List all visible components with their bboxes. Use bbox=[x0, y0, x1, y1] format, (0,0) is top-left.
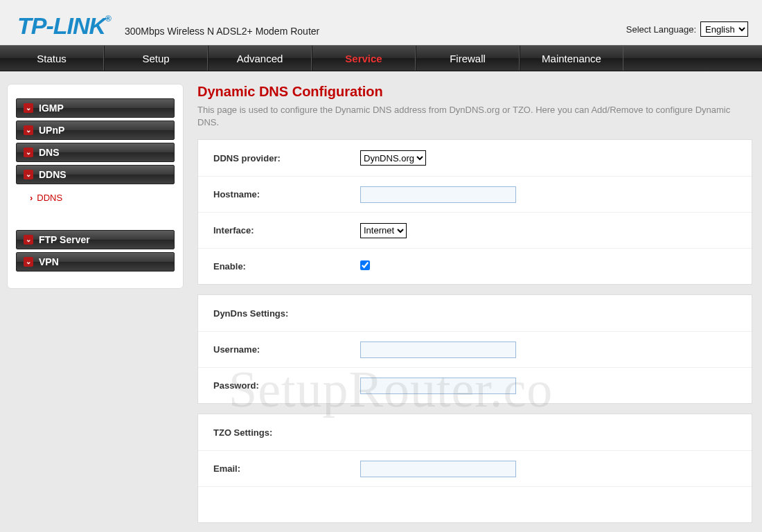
sidebar-item-label: VPN bbox=[39, 252, 59, 272]
main: Dynamic DNS Configuration This page is u… bbox=[197, 84, 755, 532]
hostname-input[interactable] bbox=[360, 186, 516, 203]
email-label: Email: bbox=[198, 463, 357, 474]
sidebar-item-dns[interactable]: ⌄ DNS bbox=[16, 143, 175, 162]
enable-checkbox[interactable] bbox=[360, 260, 370, 270]
logo-reg: ® bbox=[105, 14, 111, 24]
page-description: This page is used to configure the Dynam… bbox=[197, 104, 752, 128]
chevron-down-icon: ⌄ bbox=[24, 235, 33, 245]
panel-dyndns-settings: DynDns Settings: Username: Password: bbox=[197, 294, 752, 404]
sidebar-item-label: UPnP bbox=[39, 121, 64, 140]
username-label: Username: bbox=[198, 344, 357, 355]
navbar: Status Setup Advanced Service Firewall M… bbox=[0, 45, 762, 71]
chevron-down-icon: ⌄ bbox=[24, 148, 33, 157]
ddns-provider-select[interactable]: DynDNS.org bbox=[360, 150, 426, 166]
sidebar-item-vpn[interactable]: ⌄ VPN bbox=[16, 252, 175, 272]
header: TP-LINK® 300Mbps Wireless N ADSL2+ Modem… bbox=[0, 0, 762, 45]
dyndns-section-header: DynDns Settings: bbox=[198, 308, 357, 319]
sidebar-item-label: DDNS bbox=[39, 165, 67, 184]
password-input[interactable] bbox=[360, 378, 516, 394]
sidebar-subgroup: DDNS bbox=[16, 187, 175, 211]
logo: TP-LINK® bbox=[17, 12, 118, 39]
sidebar-item-label: DNS bbox=[39, 143, 60, 162]
chevron-down-icon: ⌄ bbox=[24, 125, 33, 135]
password-label: Password: bbox=[198, 380, 357, 391]
sidebar-item-ftp-server[interactable]: ⌄ FTP Server bbox=[16, 230, 175, 249]
language-label: Select Language: bbox=[626, 24, 696, 35]
tagline: 300Mbps Wireless N ADSL2+ Modem Router bbox=[125, 26, 319, 39]
chevron-down-icon: ⌄ bbox=[24, 103, 33, 113]
username-input[interactable] bbox=[360, 342, 516, 358]
content: ⌄ IGMP ⌄ UPnP ⌄ DNS ⌄ DDNS DDNS ⌄ FTP Se… bbox=[0, 71, 762, 532]
logo-text: TP-LINK bbox=[17, 12, 105, 39]
chevron-down-icon: ⌄ bbox=[24, 170, 33, 179]
interface-select[interactable]: Internet bbox=[360, 223, 407, 238]
sidebar-item-upnp[interactable]: ⌄ UPnP bbox=[16, 121, 175, 140]
nav-firewall[interactable]: Firewall bbox=[416, 46, 520, 71]
nav-advanced[interactable]: Advanced bbox=[208, 46, 312, 71]
hostname-label: Hostname: bbox=[198, 189, 357, 200]
nav-maintenance[interactable]: Maintenance bbox=[520, 46, 623, 71]
interface-label: Interface: bbox=[198, 225, 357, 236]
page-title: Dynamic DNS Configuration bbox=[197, 84, 752, 100]
email-input[interactable] bbox=[360, 461, 516, 477]
sidebar: ⌄ IGMP ⌄ UPnP ⌄ DNS ⌄ DDNS DDNS ⌄ FTP Se… bbox=[7, 84, 184, 289]
panel-ddns-config: DDNS provider: DynDNS.org Hostname: Inte… bbox=[197, 139, 752, 285]
nav-setup[interactable]: Setup bbox=[104, 46, 208, 71]
enable-label: Enable: bbox=[198, 261, 357, 272]
tzo-section-header: TZO Settings: bbox=[198, 427, 357, 438]
chevron-down-icon: ⌄ bbox=[24, 257, 33, 267]
sidebar-item-igmp[interactable]: ⌄ IGMP bbox=[16, 98, 175, 118]
sidebar-sub-ddns[interactable]: DDNS bbox=[30, 193, 62, 203]
language-selector: Select Language: English bbox=[626, 21, 748, 39]
panel-tzo-settings: TZO Settings: Email: bbox=[197, 414, 752, 523]
nav-status[interactable]: Status bbox=[0, 46, 104, 71]
sidebar-item-ddns[interactable]: ⌄ DDNS bbox=[16, 165, 175, 184]
language-select[interactable]: English bbox=[700, 21, 748, 37]
sidebar-item-label: FTP Server bbox=[39, 230, 90, 249]
sidebar-item-label: IGMP bbox=[39, 98, 64, 118]
nav-service[interactable]: Service bbox=[312, 46, 416, 71]
ddns-provider-label: DDNS provider: bbox=[198, 153, 357, 163]
